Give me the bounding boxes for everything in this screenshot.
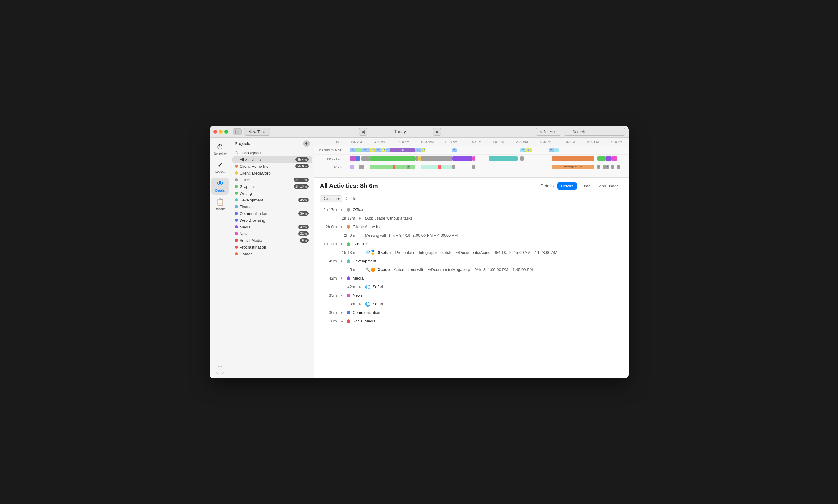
acme-expand-icon[interactable]: ▼ <box>339 225 344 229</box>
sidebar-item-review[interactable]: ✓ Review <box>211 159 229 176</box>
activity-row-news: 33m ▼ News <box>320 291 622 300</box>
project-dot-procrastination <box>235 246 238 249</box>
project-dot-client-acme <box>235 165 238 168</box>
proj-bar-12 <box>612 157 617 161</box>
project-item-office[interactable]: Office 2h 17m <box>232 177 312 183</box>
svg-rect-3 <box>237 133 239 133</box>
fullscreen-button[interactable] <box>224 130 228 133</box>
project-item-all-activities[interactable]: All Activities 8h 6m <box>232 157 312 163</box>
previous-button[interactable]: ◀ <box>359 128 367 136</box>
graphics-expand-icon[interactable]: ▼ <box>339 242 344 246</box>
duration-chevron-icon: ▾ <box>338 197 340 201</box>
task-plus-10: + <box>617 165 620 169</box>
timeline-row-project: PROJECT <box>314 155 629 163</box>
project-name-media: Media <box>240 225 297 229</box>
project-item-finance[interactable]: Finance <box>232 204 312 210</box>
time-10am: 10:00 AM <box>415 140 439 144</box>
task-plus-7: + <box>603 165 606 169</box>
dev-expand-icon[interactable]: ▼ <box>339 259 344 263</box>
project-item-games[interactable]: Games <box>232 251 312 257</box>
proj-bar-2 <box>356 157 360 161</box>
project-item-client-acme[interactable]: Client: Acme Inc. 2h 0m <box>232 163 312 169</box>
project-item-procrastination[interactable]: Procrastination <box>232 244 312 250</box>
news-expand-icon[interactable]: ▼ <box>339 294 344 297</box>
office-expand-icon[interactable]: ▼ <box>339 208 344 211</box>
activity-row-social-media: 6m ▶ Social Media <box>320 317 622 325</box>
titlebar: New Task ◀ Today ▶ ⧖ No Filter 🔍 <box>210 126 629 138</box>
project-item-communication[interactable]: Communication 30m <box>232 210 312 217</box>
project-duration-social-media: 6m <box>300 238 308 242</box>
app-window: New Task ◀ Today ▶ ⧖ No Filter 🔍 ⏱ Overv… <box>210 126 629 378</box>
xcode-detail: Xcode – Automation.swift – ~/Documents/M… <box>378 267 533 272</box>
safari-news-expand-icon[interactable]: ▶ <box>358 302 363 306</box>
project-item-client-mega[interactable]: Client: MegaCorp <box>232 170 312 176</box>
add-project-button[interactable]: + <box>303 140 310 147</box>
new-task-button[interactable]: New Task <box>244 128 270 136</box>
sketch-duration: 1h 13m <box>338 250 355 255</box>
xcode-icon: 🔨🧡 <box>365 267 375 272</box>
time-8am: 8:00 AM <box>368 140 392 144</box>
media-expand-icon[interactable]: ▼ <box>339 276 344 280</box>
details-content: Duration ▾ Details 2h 17m ▼ Office <box>314 192 629 327</box>
svg-rect-2 <box>237 131 239 132</box>
time-3pm: 3:00 PM <box>534 140 558 144</box>
activity-row-communication: 30m ▶ Communication <box>320 308 622 317</box>
project-item-news[interactable]: News 33m <box>232 231 312 237</box>
timeline-row-daniel: DANIEL'S MBP 🔧 🔧 💎 🔧 💎 💎 🔧 💎 🔧 <box>314 146 629 155</box>
sidebar-item-details[interactable]: 👁 Details <box>211 178 229 195</box>
icon-sidebar: ⏱ Overview ✓ Review 👁 Details 📋 Reports … <box>210 138 231 378</box>
project-name-procrastination: Procrastination <box>240 245 309 250</box>
project-item-web-browsing[interactable]: Web Browsing <box>232 217 312 223</box>
task-label: TASK <box>314 165 344 168</box>
project-name-games: Games <box>240 252 309 256</box>
task-plus-8: + <box>606 165 609 169</box>
sketch-icon: 💎🥇 <box>365 250 375 255</box>
time-6pm: 6:00 PM <box>605 140 628 144</box>
filter-button[interactable]: ⧖ No Filter <box>536 128 561 136</box>
activity-row-meeting: 2h 0m Meeting with Tim – 9/4/18, 2:00:00… <box>320 231 622 240</box>
app-usage-expand-icon[interactable]: ▶ <box>358 216 363 220</box>
details-section-label: Details <box>541 183 553 188</box>
project-dot-development <box>235 198 238 201</box>
close-button[interactable] <box>213 130 217 133</box>
help-button[interactable]: ? <box>216 366 224 375</box>
all-activities-title: All Activities: 8h 6m <box>320 182 378 190</box>
project-item-writing[interactable]: Writing <box>232 190 312 197</box>
task-plus-4: + <box>452 165 455 169</box>
search-input[interactable] <box>564 128 625 136</box>
sidebar-item-overview[interactable]: ⏱ Overview <box>211 141 229 158</box>
tab-time[interactable]: Time <box>578 182 594 190</box>
task-plus-1: + <box>359 165 361 169</box>
project-dot-writing <box>235 192 238 195</box>
tab-details[interactable]: Details <box>557 182 577 190</box>
next-button[interactable]: ▶ <box>433 128 441 136</box>
graphics-name: Graphics <box>353 241 369 246</box>
project-item-social-media[interactable]: Social Media 6m <box>232 237 312 244</box>
project-item-unassigned[interactable]: Unassigned <box>232 150 312 156</box>
sidebar-item-reports[interactable]: 📋 Reports <box>211 196 229 213</box>
tl-bar-11: 🔧 <box>520 148 526 152</box>
timeline-row-task: TASK + + + + + + Meeting wi <box>314 163 629 171</box>
filter-area: ⧖ No Filter 🔍 <box>536 128 625 136</box>
social-expand-icon[interactable]: ▶ <box>339 319 344 323</box>
comm-expand-icon[interactable]: ▶ <box>339 311 344 314</box>
project-item-media[interactable]: Media 42m <box>232 224 312 230</box>
tab-app-usage[interactable]: App Usage <box>595 182 622 190</box>
safari-media-name: Safari <box>373 285 383 289</box>
overview-label: Overview <box>213 152 226 156</box>
details-sublink[interactable]: Details <box>345 197 356 201</box>
projects-title: Projects <box>235 141 251 146</box>
time-5pm: 5:00 PM <box>581 140 605 144</box>
duration-dropdown[interactable]: Duration ▾ <box>320 195 342 202</box>
sidebar-toggle-button[interactable] <box>233 128 241 135</box>
time-11am: 11:00 AM <box>439 140 463 144</box>
safari-media-expand-icon[interactable]: ▶ <box>358 285 363 288</box>
project-name-client-acme: Client: Acme Inc. <box>240 164 294 169</box>
project-name-news: News <box>240 232 297 236</box>
project-item-development[interactable]: Development 45m <box>232 197 312 203</box>
project-item-graphics[interactable]: Graphics 1h 13m <box>232 183 312 190</box>
media-name: Media <box>353 276 363 281</box>
minimize-button[interactable] <box>219 130 223 133</box>
details-pane: All Activities: 8h 6m Details Details Ti… <box>314 178 629 378</box>
activity-row-media: 42m ▼ Media <box>320 274 622 283</box>
